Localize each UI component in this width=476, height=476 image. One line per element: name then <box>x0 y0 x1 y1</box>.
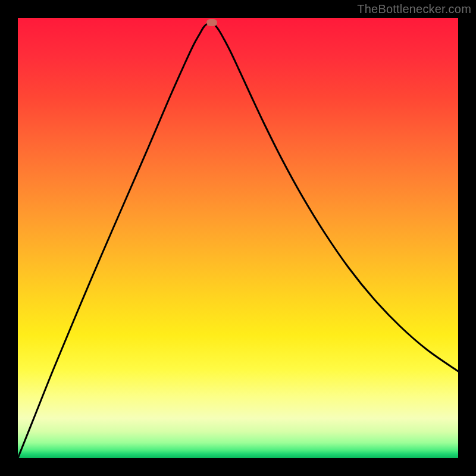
curve-svg <box>18 18 458 458</box>
plot-area <box>18 18 458 458</box>
optimum-marker <box>206 19 217 26</box>
chart-frame: TheBottlenecker.com <box>0 0 476 476</box>
bottleneck-curve <box>18 23 458 458</box>
watermark-text: TheBottlenecker.com <box>357 2 471 16</box>
